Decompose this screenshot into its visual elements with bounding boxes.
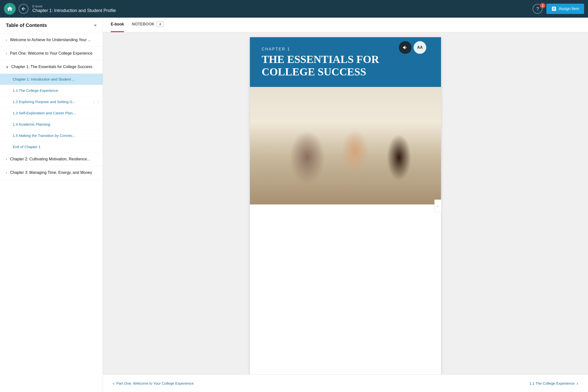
sidebar-item-welcome[interactable]: › Welcome to Achieve for Understanding Y…: [0, 33, 103, 47]
sidebar-item-chapter2[interactable]: › Chapter 2: Cultivating Motivation, Res…: [0, 152, 103, 166]
top-header: E-book Chapter 1: Introduction and Stude…: [0, 0, 588, 18]
help-badge-container: ? 2: [533, 4, 544, 14]
back-button[interactable]: [19, 4, 29, 14]
sidebar-item-chapter1[interactable]: ∨ Chapter 1: The Essentials for College …: [0, 60, 103, 74]
chevron-right-icon: ›: [6, 52, 7, 55]
assign-item-button[interactable]: Assign Item: [546, 4, 584, 14]
sidebar-subitem-label: 1.3 Self-Exploration and Career Plan...: [13, 111, 76, 115]
sidebar-item-part-one[interactable]: › Part One: Welcome to Your College Expe…: [0, 47, 103, 60]
collapse-panel-button[interactable]: ‹: [434, 200, 441, 212]
audio-button[interactable]: [399, 41, 412, 54]
tab-bar: E-book NOTEBOOK 4: [103, 18, 588, 32]
home-button[interactable]: [4, 3, 16, 15]
sidebar-subitem-ch1-intro[interactable]: Chapter 1: Introduction and Student ...: [0, 74, 103, 85]
sidebar-subitem-ch1-2[interactable]: 1.2 Exploring Purpose and Setting G... ⋮…: [0, 96, 103, 108]
book-page: AA ‹ CHAPTER 1 THE ESSENTIALS FORCOLLEGE…: [250, 37, 441, 374]
sidebar-item-label: Chapter 2: Cultivating Motivation, Resil…: [10, 157, 90, 161]
drag-handle-icon: ⋮⋮: [92, 100, 101, 104]
chevron-right-icon: ›: [6, 171, 7, 174]
font-size-button[interactable]: AA: [414, 41, 426, 54]
next-nav-label: 1.1 The College Experience: [529, 381, 574, 386]
chevron-down-icon: ∨: [6, 65, 8, 69]
tab-notebook-label: NOTEBOOK: [132, 22, 154, 26]
sidebar-item-label: Part One: Welcome to Your College Experi…: [10, 51, 93, 56]
sidebar-title: Table of Contents: [6, 22, 47, 28]
content-area: E-book NOTEBOOK 4 AA: [103, 18, 588, 392]
sidebar-item-label: Chapter 3: Managing Time, Energy, and Mo…: [10, 170, 92, 175]
prev-nav-link[interactable]: ‹ Part One: Welcome to Your College Expe…: [113, 380, 194, 386]
sidebar-item-label: Welcome to Achieve for Understanding You…: [10, 38, 91, 42]
sidebar-item-chapter3[interactable]: › Chapter 3: Managing Time, Energy, and …: [0, 166, 103, 180]
chapter-title: THE ESSENTIALS FORCOLLEGE SUCCESS: [262, 54, 429, 78]
tab-ebook-label: E-book: [111, 22, 124, 26]
close-sidebar-button[interactable]: ×: [94, 22, 97, 28]
chevron-right-icon: ›: [6, 157, 7, 161]
tab-notebook[interactable]: NOTEBOOK 4: [132, 18, 164, 32]
sidebar-subitem-label: 1.5 Making the Transition by Connec...: [13, 134, 76, 138]
breadcrumb-area: E-book Chapter 1: Introduction and Stude…: [32, 4, 533, 13]
font-size-icon: AA: [417, 45, 423, 50]
sidebar-item-label: Chapter 1: The Essentials for College Su…: [11, 65, 92, 69]
sidebar-content: › Welcome to Achieve for Understanding Y…: [0, 33, 103, 392]
sidebar-header: Table of Contents ×: [0, 18, 103, 33]
breadcrumb-title: Chapter 1: Introduction and Student Prof…: [32, 8, 533, 13]
tab-ebook[interactable]: E-book: [111, 18, 124, 32]
bottom-nav: ‹ Part One: Welcome to Your College Expe…: [103, 374, 588, 392]
sidebar-subitem-ch1-3[interactable]: 1.3 Self-Exploration and Career Plan...: [0, 108, 103, 119]
sidebar-subitem-ch1-4[interactable]: 1.4 Academic Planning: [0, 119, 103, 130]
book-controls-overlay: AA: [399, 41, 426, 54]
book-container[interactable]: AA ‹ CHAPTER 1 THE ESSENTIALS FORCOLLEGE…: [103, 32, 588, 374]
sidebar-subitem-label: End of Chapter 1: [13, 145, 41, 149]
chevron-right-icon: ›: [6, 38, 7, 42]
assign-item-label: Assign Item: [558, 6, 579, 11]
chapter-image: [250, 87, 441, 204]
prev-nav-label: Part One: Welcome to Your College Experi…: [116, 381, 194, 386]
prev-arrow-icon: ‹: [113, 380, 114, 386]
sidebar: Table of Contents × › Welcome to Achieve…: [0, 18, 103, 392]
notification-badge: 2: [540, 3, 545, 8]
next-arrow-icon: ›: [576, 380, 578, 386]
sidebar-subitem-ch1-1[interactable]: 1.1 The College Experience: [0, 85, 103, 96]
sidebar-subitem-ch1-5[interactable]: 1.5 Making the Transition by Connec...: [0, 130, 103, 141]
sidebar-subitem-label: 1.4 Academic Planning: [13, 122, 50, 126]
next-nav-link[interactable]: 1.1 The College Experience ›: [529, 380, 578, 386]
students-photo: [250, 87, 441, 204]
main-layout: Table of Contents × › Welcome to Achieve…: [0, 18, 588, 392]
notebook-badge: 4: [157, 22, 164, 27]
breadcrumb-type: E-book: [32, 4, 533, 8]
sidebar-subitem-label: 1.1 The College Experience: [13, 88, 58, 92]
sidebar-subitem-ch1-end[interactable]: End of Chapter 1: [0, 141, 103, 152]
sidebar-subitem-label: Chapter 1: Introduction and Student ...: [13, 77, 75, 81]
sidebar-subitem-label: 1.2 Exploring Purpose and Setting G...: [13, 100, 76, 104]
